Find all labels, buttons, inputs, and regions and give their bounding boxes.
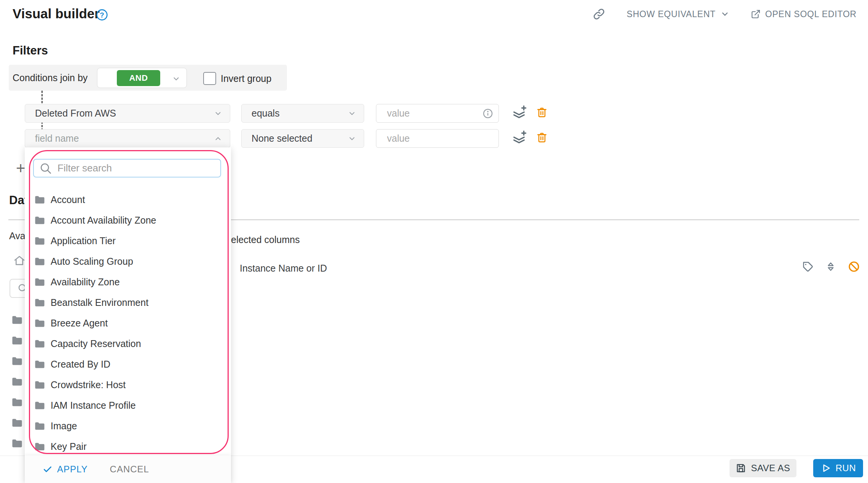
chevron-down-icon <box>720 10 729 19</box>
delete-condition-icon[interactable] <box>536 131 548 144</box>
add-subgroup-icon[interactable] <box>511 130 527 146</box>
open-soql-editor-label: OPEN SOQL EDITOR <box>765 9 857 19</box>
folder-icon <box>11 439 23 448</box>
operator-select-row1-value: equals <box>252 108 348 119</box>
folder-icon <box>34 339 45 348</box>
field-option-label: Image <box>51 421 77 432</box>
field-option-label: Auto Scaling Group <box>51 256 133 267</box>
join-operator-value: AND <box>117 70 160 86</box>
folder-icon <box>11 315 23 325</box>
field-option-label: Crowdstrike: Host <box>51 379 126 390</box>
filter-search-input[interactable] <box>57 162 215 174</box>
filters-heading: Filters <box>13 44 48 58</box>
conditions-join-label: Conditions join by <box>13 72 88 83</box>
field-option[interactable]: Breeze Agent <box>25 313 231 333</box>
svg-text:?: ? <box>100 11 104 19</box>
field-option-label: Created By ID <box>51 359 110 370</box>
check-icon <box>43 464 53 474</box>
info-icon[interactable] <box>483 108 493 119</box>
home-icon[interactable] <box>13 254 25 267</box>
folder-icon <box>11 357 23 366</box>
folder-icon <box>11 398 23 407</box>
field-option[interactable]: Account Availability Zone <box>25 210 231 230</box>
page-title: Visual builder <box>13 6 100 21</box>
header-actions: SHOW EQUIVALENT OPEN SOQL EDITOR <box>592 8 857 21</box>
chevron-up-icon <box>214 134 222 143</box>
field-picker-dropdown: Account Account Availability Zone Applic… <box>25 147 231 483</box>
field-select-row2[interactable]: field name <box>25 129 230 148</box>
search-icon <box>39 162 52 175</box>
visual-builder-page: Visual builder ? SHOW EQUIVALENT OPEN SO… <box>0 0 868 483</box>
folder-icon <box>11 418 23 427</box>
join-operator-select[interactable]: AND <box>97 68 187 88</box>
field-option-label: Beanstalk Environment <box>51 297 148 308</box>
field-select-row1-value: Deleted From AWS <box>35 108 214 119</box>
folder-icon <box>34 319 45 328</box>
apply-button[interactable]: APPLY <box>43 464 88 475</box>
play-icon <box>820 463 831 473</box>
field-option[interactable]: Beanstalk Environment <box>25 292 231 313</box>
invert-group-label: Invert group <box>221 73 271 84</box>
field-option[interactable]: Image <box>25 416 231 436</box>
external-link-icon <box>751 9 761 19</box>
show-equivalent-button[interactable]: SHOW EQUIVALENT <box>627 9 729 19</box>
help-icon[interactable]: ? <box>96 9 108 21</box>
field-option-label: Capacity Reservation <box>51 338 141 349</box>
add-condition-button[interactable]: + <box>16 159 25 178</box>
copy-link-icon[interactable] <box>592 8 605 21</box>
operator-select-row1[interactable]: equals <box>241 104 364 123</box>
exclude-icon[interactable] <box>848 261 860 273</box>
folder-icon <box>34 257 45 266</box>
folder-icon <box>11 377 23 386</box>
field-option-label: Availability Zone <box>51 277 120 288</box>
save-icon <box>736 463 746 473</box>
save-as-label: SAVE AS <box>751 463 790 473</box>
field-option[interactable]: Crowdstrike: Host <box>25 374 231 395</box>
delete-condition-icon[interactable] <box>536 106 548 118</box>
operator-select-row2[interactable]: None selected <box>241 129 364 148</box>
folder-icon <box>34 195 45 204</box>
save-as-button[interactable]: SAVE AS <box>729 459 796 477</box>
open-soql-editor-button[interactable]: OPEN SOQL EDITOR <box>751 9 857 19</box>
folder-icon <box>11 336 23 345</box>
chevron-down-icon <box>348 109 356 118</box>
field-option[interactable]: Application Tier <box>25 230 231 251</box>
field-option[interactable]: Key Pair <box>25 436 231 457</box>
field-option[interactable]: IAM Instance Profile <box>25 395 231 416</box>
available-columns-heading: Ava <box>9 230 25 242</box>
value-input-row2[interactable] <box>386 133 493 144</box>
field-option[interactable]: Account <box>25 189 231 210</box>
sort-icon[interactable] <box>825 261 836 272</box>
invert-group-checkbox[interactable] <box>203 72 216 85</box>
field-option[interactable]: Capacity Reservation <box>25 333 231 354</box>
folder-icon <box>34 381 45 389</box>
field-option-label: Account <box>51 194 85 205</box>
field-option-label: Key Pair <box>51 441 86 452</box>
add-subgroup-icon[interactable] <box>511 105 527 120</box>
chevron-down-icon <box>348 134 356 143</box>
field-option[interactable]: Created By ID <box>25 354 231 374</box>
field-option-label: Breeze Agent <box>51 318 108 329</box>
field-option[interactable]: Auto Scaling Group <box>25 251 231 272</box>
apply-label: APPLY <box>57 464 88 475</box>
show-equivalent-label: SHOW EQUIVALENT <box>627 9 716 19</box>
cancel-button[interactable]: CANCEL <box>110 464 149 475</box>
selected-columns-heading: elected columns <box>231 234 300 245</box>
operator-select-row2-value: None selected <box>252 133 348 144</box>
filter-search-box <box>33 159 221 178</box>
field-select-row2-placeholder: field name <box>35 133 214 144</box>
folder-icon <box>34 442 45 451</box>
folder-icon <box>34 360 45 369</box>
run-button[interactable]: RUN <box>813 459 863 477</box>
dropdown-footer: APPLY CANCEL <box>25 456 231 483</box>
folder-icon <box>34 401 45 410</box>
selected-column-actions <box>802 261 860 273</box>
value-input-row2-wrap <box>376 129 499 148</box>
field-select-row1[interactable]: Deleted From AWS <box>25 104 230 123</box>
selected-column-item: Instance Name or ID <box>240 263 327 274</box>
field-options-list: Account Account Availability Zone Applic… <box>25 189 231 457</box>
field-option[interactable]: Availability Zone <box>25 272 231 292</box>
tag-icon[interactable] <box>802 261 814 272</box>
folder-icon <box>34 237 45 245</box>
value-input-row1[interactable] <box>386 107 483 119</box>
